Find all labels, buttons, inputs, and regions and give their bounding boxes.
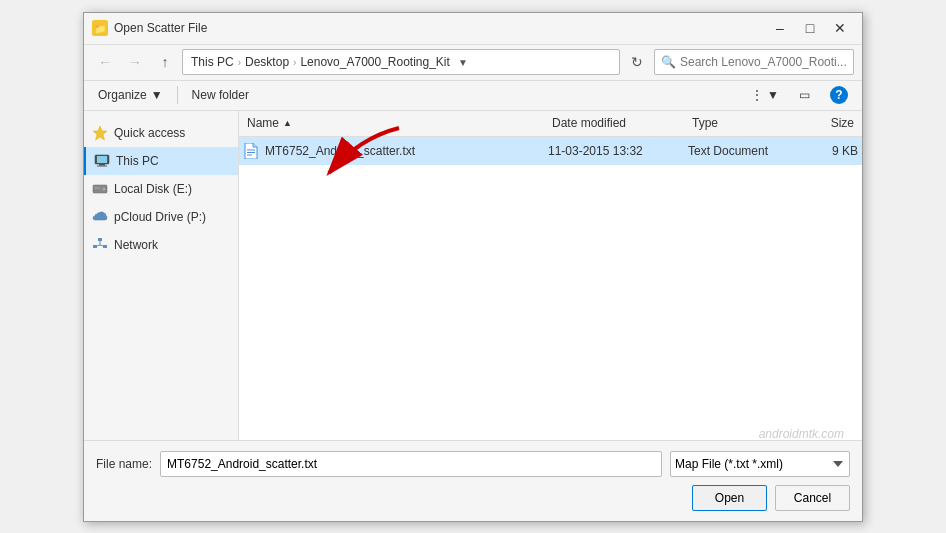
file-list-area: Name ▲ Date modified Type Size [239, 111, 862, 440]
col-size-header[interactable]: Size [798, 116, 858, 130]
sidebar-item-pcloud[interactable]: pCloud Drive (P:) [84, 203, 238, 231]
this-pc-label: This PC [116, 154, 159, 168]
search-box[interactable]: 🔍 [654, 49, 854, 75]
open-button[interactable]: Open [692, 485, 767, 511]
organize-label: Organize [98, 88, 147, 102]
svg-marker-0 [93, 126, 107, 140]
bottom-bar: File name: Map File (*.txt *.xml) Open C… [84, 440, 862, 521]
view-icon: ⋮ [751, 88, 763, 102]
network-icon [92, 237, 108, 253]
help-icon: ? [830, 86, 848, 104]
preview-icon: ▭ [799, 88, 810, 102]
organize-button[interactable]: Organize ▼ [92, 83, 169, 107]
file-size: 9 KB [798, 144, 858, 158]
filename-label: File name: [96, 457, 152, 471]
svg-rect-7 [94, 187, 100, 188]
svg-point-6 [103, 187, 106, 190]
svg-rect-3 [99, 164, 105, 166]
file-type: Text Document [688, 144, 798, 158]
dialog-title: Open Scatter File [114, 21, 207, 35]
organize-chevron-icon: ▼ [151, 88, 163, 102]
sidebar-item-this-pc[interactable]: This PC [84, 147, 238, 175]
col-date-header[interactable]: Date modified [548, 116, 688, 130]
search-input[interactable] [680, 55, 847, 69]
preview-button[interactable]: ▭ [793, 83, 816, 107]
sort-arrow-icon: ▲ [283, 118, 292, 128]
pcloud-label: pCloud Drive (P:) [114, 210, 206, 224]
file-txt-icon [243, 143, 259, 159]
star-icon [92, 125, 108, 141]
search-icon: 🔍 [661, 55, 676, 69]
title-controls: – □ ✕ [766, 17, 854, 39]
breadcrumb-sep-2: › [293, 57, 296, 68]
col-type-header[interactable]: Type [688, 116, 798, 130]
svg-rect-2 [97, 156, 107, 163]
col-name-header[interactable]: Name ▲ [243, 116, 548, 130]
up-button[interactable]: ↑ [152, 49, 178, 75]
quick-access-label: Quick access [114, 126, 185, 140]
breadcrumb-folder[interactable]: Lenovo_A7000_Rooting_Kit [300, 55, 449, 69]
refresh-button[interactable]: ↻ [624, 49, 650, 75]
table-row[interactable]: MT6752_Android_scatter.txt 11-03-2015 13… [239, 137, 862, 165]
sidebar: Quick access This PC [84, 111, 239, 440]
view-button[interactable]: ⋮ ▼ [745, 83, 785, 107]
breadcrumb-this-pc[interactable]: This PC [191, 55, 234, 69]
view-icon2: ▼ [767, 88, 779, 102]
filename-input[interactable] [160, 451, 662, 477]
actions-row: Open Cancel [96, 485, 850, 511]
local-disk-label: Local Disk (E:) [114, 182, 192, 196]
new-folder-button[interactable]: New folder [186, 83, 255, 107]
dialog-icon: 📁 [92, 20, 108, 36]
minimize-button[interactable]: – [766, 17, 794, 39]
file-entries: MT6752_Android_scatter.txt 11-03-2015 13… [239, 137, 862, 440]
cloud-icon [92, 209, 108, 225]
drive-icon [92, 181, 108, 197]
pc-icon [94, 153, 110, 169]
sidebar-item-quick-access[interactable]: Quick access [84, 119, 238, 147]
file-date: 11-03-2015 13:32 [548, 144, 688, 158]
network-label: Network [114, 238, 158, 252]
forward-button[interactable]: → [122, 49, 148, 75]
title-bar-left: 📁 Open Scatter File [92, 20, 207, 36]
navigation-bar: ← → ↑ This PC › Desktop › Lenovo_A7000_R… [84, 45, 862, 81]
svg-rect-4 [97, 165, 107, 166]
svg-rect-8 [98, 238, 102, 241]
main-content: Quick access This PC [84, 111, 862, 440]
open-scatter-file-dialog: 📁 Open Scatter File – □ ✕ ← → ↑ This PC … [83, 12, 863, 522]
breadcrumb-dropdown-button[interactable]: ▼ [454, 50, 472, 74]
sidebar-item-local-disk[interactable]: Local Disk (E:) [84, 175, 238, 203]
toolbar: Organize ▼ New folder ⋮ ▼ ▭ ? [84, 81, 862, 111]
toolbar-separator [177, 86, 178, 104]
maximize-button[interactable]: □ [796, 17, 824, 39]
filename-row: File name: Map File (*.txt *.xml) [96, 451, 850, 477]
title-bar: 📁 Open Scatter File – □ ✕ [84, 13, 862, 45]
cancel-button[interactable]: Cancel [775, 485, 850, 511]
breadcrumb-sep-1: › [238, 57, 241, 68]
back-button[interactable]: ← [92, 49, 118, 75]
new-folder-label: New folder [192, 88, 249, 102]
sidebar-item-network[interactable]: Network [84, 231, 238, 259]
column-headers: Name ▲ Date modified Type Size [239, 111, 862, 137]
help-button[interactable]: ? [824, 83, 854, 107]
breadcrumb-desktop[interactable]: Desktop [245, 55, 289, 69]
file-name: MT6752_Android_scatter.txt [265, 144, 548, 158]
filetype-select[interactable]: Map File (*.txt *.xml) [670, 451, 850, 477]
breadcrumb-bar[interactable]: This PC › Desktop › Lenovo_A7000_Rooting… [182, 49, 620, 75]
close-button[interactable]: ✕ [826, 17, 854, 39]
